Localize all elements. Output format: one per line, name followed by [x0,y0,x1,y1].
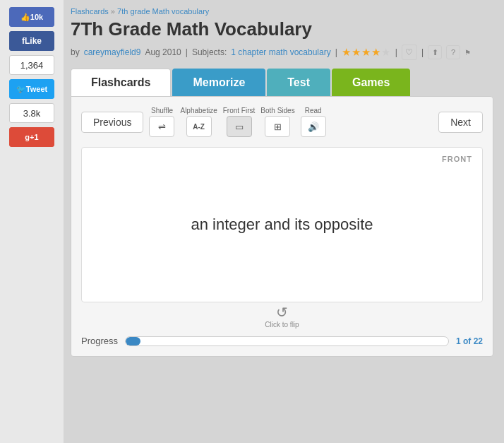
card-content: an integer and its opposite [176,201,387,248]
read-label: Read [305,107,322,114]
progress-label: Progress [81,336,118,346]
controls-row: Previous Shuffle ⇌ Alphabetize A-Z Front… [81,107,483,137]
sidebar: 👍 10k f Like 1,364 🐦 Tweet 3.8k g+ 1 [0,0,64,443]
thumbs-up-icon: 👍 [20,13,30,22]
alphabetize-control: Alphabetize A-Z [180,107,217,137]
tweet-label: Tweet [26,85,47,93]
read-button[interactable]: 🔊 [301,116,326,137]
shuffle-label: Shuffle [151,107,173,114]
meta-row: by careymayfield9 Aug 2010 | Subjects: 1… [71,45,493,60]
tabs: Flashcards Memorize Test Games [71,69,493,96]
thumbs-count: 10k [30,13,43,21]
meta-divider-2: | [335,47,337,57]
tab-memorize[interactable]: Memorize [172,69,265,96]
author-link[interactable]: careymayfield9 [84,47,141,57]
gplus-label: 1 [35,133,39,141]
flashcard-panel: Previous Shuffle ⇌ Alphabetize A-Z Front… [71,96,493,357]
subjects-link[interactable]: 1 chapter math vocabulary [231,47,330,57]
both-sides-label: Both Sides [260,107,294,114]
tab-test[interactable]: Test [267,69,330,96]
card-area[interactable]: FRONT an integer and its opposite [81,147,483,302]
meta-divider-1: | [186,47,188,57]
tab-flashcards[interactable]: Flashcards [71,69,171,96]
progress-bar [125,336,449,346]
facebook-label: Like [25,36,42,46]
alphabetize-button[interactable]: A-Z [186,116,212,137]
flip-label: Click to flip [265,321,299,329]
favorite-button[interactable]: ♡ [402,45,417,60]
flag-icon[interactable]: ⚑ [464,49,471,57]
breadcrumb-current-link[interactable]: 7th grade Math vocabulary [117,7,209,16]
page-title: 7Th Grade Math Vocabulary [71,18,493,40]
progress-row: Progress 1 of 22 [81,336,483,346]
breadcrumb: Flashcards » 7th grade Math vocabulary [71,7,493,16]
progress-text: 1 of 22 [456,336,483,346]
tweet-count: 3.8k [9,103,54,123]
breadcrumb-home-link[interactable]: Flashcards [71,7,109,16]
thumbs-up-button[interactable]: 👍 10k [9,7,54,27]
both-sides-button[interactable]: ⊞ [265,116,290,137]
gplus-button[interactable]: g+ 1 [9,127,54,147]
tweet-button[interactable]: 🐦 Tweet [9,79,54,99]
shuffle-button[interactable]: ⇌ [149,116,174,137]
both-sides-control: Both Sides ⊞ [260,107,294,137]
flip-area: ↺ Click to flip [81,304,483,329]
progress-separator: of [463,336,474,346]
twitter-icon: 🐦 [16,85,26,94]
read-control: Read 🔊 [301,107,326,137]
tab-games[interactable]: Games [332,69,410,96]
help-button[interactable]: ? [446,45,460,59]
progress-bar-fill [126,337,140,345]
facebook-like-button[interactable]: f Like [9,31,54,51]
like-count: 1,364 [9,55,54,75]
alphabetize-label: Alphabetize [180,107,217,114]
main-content: Flashcards » 7th grade Math vocabulary 7… [64,0,504,443]
front-first-button[interactable]: ▭ [227,116,252,137]
progress-total: 22 [474,336,483,346]
share-button[interactable]: ⬆ [428,45,442,59]
front-first-label: Front First [223,107,256,114]
next-button[interactable]: Next [438,112,483,133]
shuffle-control: Shuffle ⇌ [149,107,174,137]
date-text: Aug 2010 [145,47,181,57]
card-face-label: FRONT [442,155,472,163]
subjects-label: Subjects: [192,47,227,57]
progress-current: 1 [456,336,461,346]
meta-divider-3: | [395,47,397,57]
gplus-icon: g+ [25,133,34,141]
by-label: by [71,47,80,57]
front-first-control: Front First ▭ [223,107,256,137]
breadcrumb-separator: » [111,7,117,16]
flip-icon[interactable]: ↺ [276,304,288,321]
meta-divider-4: | [421,47,424,57]
previous-button[interactable]: Previous [81,112,143,133]
stars-display: ★★★★★ [342,46,391,59]
